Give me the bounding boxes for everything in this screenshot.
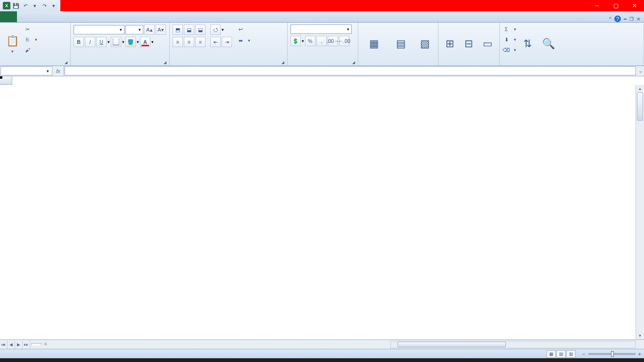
normal-view-icon[interactable]: ▦ <box>546 350 556 358</box>
bold-button[interactable]: B <box>74 37 84 47</box>
hscroll-thumb[interactable] <box>397 342 506 347</box>
merge-center-button[interactable]: ⬌▾ <box>237 36 250 45</box>
brush-icon: 🖌 <box>24 47 31 53</box>
sheet-nav-first-icon[interactable]: ⏮ <box>0 340 8 349</box>
conditional-formatting-button[interactable]: ▦ <box>361 25 388 64</box>
sheet-nav-prev-icon[interactable]: ◀ <box>8 340 15 349</box>
align-right-icon[interactable]: ≡ <box>195 37 206 47</box>
font-name-select[interactable]: ▾ <box>74 25 124 34</box>
scroll-down-icon[interactable]: ▼ <box>636 332 644 339</box>
sheet-nav-last-icon[interactable]: ⏭ <box>23 340 30 349</box>
qat-customize-icon[interactable]: ▾ <box>50 2 58 9</box>
align-middle-icon[interactable]: ⬓ <box>184 25 194 35</box>
close-button[interactable]: ✕ <box>625 0 644 11</box>
dialog-launcher-icon[interactable]: ◢ <box>65 60 67 65</box>
task-view-button[interactable]: ⊞ <box>31 358 47 362</box>
fx-icon[interactable]: fx <box>53 66 64 76</box>
format-painter-button[interactable]: 🖌 <box>24 45 37 55</box>
undo-dropdown-icon[interactable]: ▾ <box>31 2 39 9</box>
horizontal-scrollbar[interactable] <box>390 341 636 348</box>
cells-area[interactable] <box>12 85 636 339</box>
format-icon: ▭ <box>483 38 493 50</box>
redo-icon[interactable]: ↷ <box>41 2 48 9</box>
wrap-text-button[interactable]: ↩ <box>237 25 250 34</box>
excel-icon: X <box>3 2 10 9</box>
border-button[interactable] <box>111 37 121 47</box>
zoom-slider[interactable] <box>588 353 636 355</box>
column-headers[interactable] <box>12 76 636 85</box>
font-size-select[interactable]: ▾ <box>125 25 143 34</box>
paste-button[interactable]: 📋 ▾ <box>3 25 22 64</box>
save-icon[interactable]: 💾 <box>12 2 20 9</box>
dialog-launcher-icon[interactable]: ◢ <box>352 60 355 65</box>
increase-indent-icon[interactable]: ⇥ <box>222 37 232 47</box>
window-controls: ─ ▢ ✕ <box>587 0 644 11</box>
scroll-up-icon[interactable]: ▲ <box>636 85 644 92</box>
cells-group-label <box>441 64 496 65</box>
minimize-button[interactable]: ─ <box>587 0 606 11</box>
autosum-button[interactable]: Σ▾ <box>503 25 516 34</box>
cut-button[interactable]: ✂ <box>24 25 37 34</box>
fill-button[interactable]: ⬇▾ <box>503 35 516 44</box>
increase-decimal-icon[interactable]: .00→ <box>328 36 338 46</box>
percent-format-icon[interactable]: % <box>305 36 315 46</box>
worksheet-grid[interactable]: ▲ ▼ <box>0 76 644 339</box>
orientation-icon[interactable]: ⭯ <box>210 25 221 35</box>
help-icon[interactable]: ? <box>614 16 621 22</box>
fill-color-button[interactable]: 🪣 <box>125 37 136 47</box>
increase-font-icon[interactable]: A▴ <box>144 25 155 35</box>
decrease-font-icon[interactable]: A▾ <box>156 25 166 35</box>
copy-button[interactable]: ⎘▾ <box>24 35 37 44</box>
new-sheet-icon[interactable]: ✧ <box>43 341 48 347</box>
zoom-out-icon[interactable]: − <box>582 351 585 357</box>
decrease-decimal-icon[interactable]: ←.00 <box>339 36 349 46</box>
page-layout-view-icon[interactable]: ▤ <box>556 350 566 358</box>
underline-button[interactable]: U <box>96 37 107 47</box>
format-as-table-button[interactable]: ▤ <box>389 25 413 64</box>
styles-group-label <box>361 64 435 65</box>
title-text <box>60 0 644 11</box>
window-close-icon[interactable]: ✕ <box>636 16 640 22</box>
clear-button[interactable]: ⌫▾ <box>503 45 516 55</box>
start-button[interactable] <box>0 358 15 362</box>
align-left-icon[interactable]: ≡ <box>173 37 183 47</box>
align-center-icon[interactable]: ≡ <box>184 37 194 47</box>
name-box[interactable]: ▾ <box>0 66 52 75</box>
comma-format-icon[interactable]: , <box>316 36 327 46</box>
find-select-button[interactable]: 🔍 <box>539 25 558 64</box>
sort-filter-button[interactable]: ⇅ <box>518 25 537 64</box>
window-min-icon[interactable]: ━ <box>624 16 627 22</box>
cut-icon: ✂ <box>24 26 31 33</box>
window-restore-icon[interactable]: ❐ <box>629 16 634 22</box>
font-color-button[interactable]: A <box>140 37 150 47</box>
formula-input[interactable] <box>65 66 636 75</box>
cell-styles-button[interactable]: ▧ <box>414 25 435 64</box>
sheet-nav-next-icon[interactable]: ▶ <box>15 340 23 349</box>
dialog-launcher-icon[interactable]: ◢ <box>281 60 284 65</box>
format-cells-button[interactable]: ▭ <box>479 25 496 64</box>
maximize-button[interactable]: ▢ <box>606 0 625 11</box>
align-bottom-icon[interactable]: ⬓ <box>195 25 206 35</box>
select-all-corner[interactable] <box>0 76 12 85</box>
delete-cells-button[interactable]: ⊟ <box>460 25 477 64</box>
scroll-thumb[interactable] <box>637 92 643 121</box>
expand-formula-icon[interactable]: ⌄ <box>636 66 644 76</box>
page-break-view-icon[interactable]: ▥ <box>566 350 576 358</box>
minimize-ribbon-icon[interactable]: ^ <box>609 16 611 22</box>
zoom-in-icon[interactable]: + <box>638 351 641 357</box>
number-format-select[interactable]: ▾ <box>290 25 352 34</box>
table-icon: ▤ <box>396 38 406 50</box>
decrease-indent-icon[interactable]: ⇤ <box>210 37 221 47</box>
sheet-tab[interactable] <box>31 343 41 346</box>
dialog-launcher-icon[interactable]: ◢ <box>164 60 166 65</box>
file-tab[interactable] <box>0 11 17 22</box>
row-headers[interactable] <box>0 85 12 339</box>
align-top-icon[interactable]: ⬒ <box>173 25 183 35</box>
ribbon-tabs: ^ ? ━ ❐ ✕ <box>0 11 644 23</box>
accounting-format-icon[interactable]: 💲 <box>290 36 301 46</box>
vertical-scrollbar[interactable]: ▲ ▼ <box>636 85 644 339</box>
undo-icon[interactable]: ↶ <box>22 2 29 9</box>
search-button[interactable]: ⌕ <box>15 358 31 362</box>
insert-cells-button[interactable]: ⊞ <box>441 25 458 64</box>
italic-button[interactable]: I <box>85 37 95 47</box>
